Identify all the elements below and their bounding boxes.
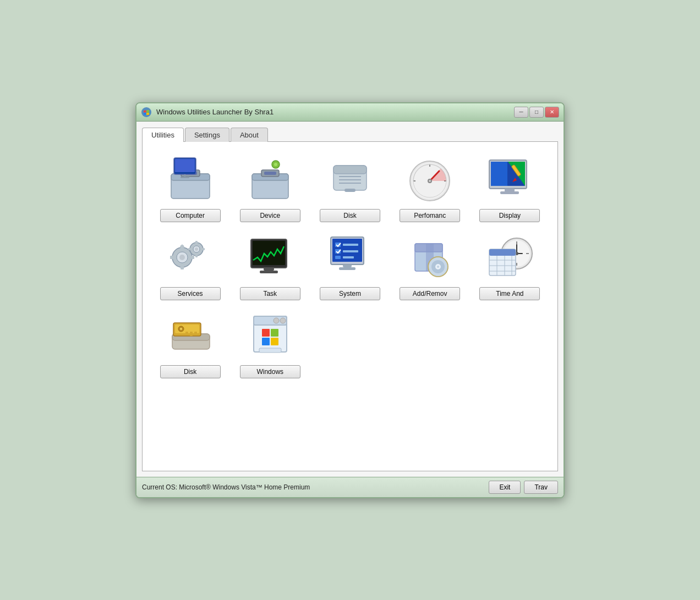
svg-rect-16 <box>333 166 367 174</box>
svg-rect-48 <box>195 241 198 244</box>
svg-point-47 <box>195 247 198 251</box>
tray-button[interactable]: Trav <box>524 481 558 494</box>
svg-rect-59 <box>343 244 358 246</box>
window-controls: ─ □ ✕ <box>514 107 559 118</box>
task-button[interactable]: Task <box>240 287 300 300</box>
svg-rect-8 <box>181 177 189 178</box>
utility-item-services: Services <box>151 229 229 302</box>
svg-rect-55 <box>260 271 278 273</box>
svg-point-102 <box>280 318 286 323</box>
svg-rect-65 <box>339 267 356 270</box>
utility-item-diskclean: Disk <box>151 307 229 381</box>
computer-icon <box>164 153 217 206</box>
device-icon <box>244 153 297 206</box>
utility-item-disk: Disk <box>311 151 389 224</box>
restore-button[interactable]: □ <box>529 107 544 118</box>
performance-icon <box>403 153 456 206</box>
svg-rect-105 <box>271 329 278 337</box>
svg-rect-98 <box>190 332 193 336</box>
tab-bar: Utilities Settings About <box>142 127 558 141</box>
device-button[interactable]: Device <box>240 209 300 222</box>
disk-icon <box>324 153 376 206</box>
utility-grid: Computer <box>151 151 549 381</box>
tab-about[interactable]: About <box>231 128 268 142</box>
system-icon <box>324 231 376 284</box>
svg-rect-62 <box>335 256 341 259</box>
display-icon <box>483 153 536 206</box>
title-bar: Windows Utilities Launcher By Shra1 ─ □ … <box>136 103 564 122</box>
svg-rect-64 <box>343 265 352 267</box>
windows-button[interactable]: Windows <box>240 365 300 378</box>
svg-rect-84 <box>489 249 516 256</box>
utility-item-computer: Computer <box>151 151 229 224</box>
computer-button[interactable]: Computer <box>160 209 221 222</box>
svg-rect-51 <box>201 248 205 250</box>
svg-point-103 <box>274 318 279 323</box>
performance-button[interactable]: Perfomanc <box>400 209 460 222</box>
addremove-button[interactable]: Add/Remov <box>400 287 460 300</box>
svg-rect-41 <box>181 265 184 269</box>
svg-rect-108 <box>259 348 281 353</box>
status-bar-buttons: Exit Trav <box>489 481 558 494</box>
svg-point-28 <box>429 180 431 182</box>
tab-settings[interactable]: Settings <box>185 128 229 142</box>
tab-content-utilities: Computer <box>142 141 558 471</box>
timedate-icon <box>483 231 536 284</box>
svg-rect-63 <box>343 256 354 258</box>
svg-rect-50 <box>188 248 192 250</box>
svg-rect-42 <box>170 256 174 259</box>
minimize-button[interactable]: ─ <box>514 107 528 118</box>
utility-item-performance: Perfomanc <box>391 151 469 224</box>
close-button[interactable]: ✕ <box>545 107 559 118</box>
svg-rect-36 <box>500 191 519 194</box>
svg-rect-49 <box>195 254 198 257</box>
svg-rect-61 <box>343 250 358 252</box>
svg-point-39 <box>179 255 185 260</box>
system-button[interactable]: System <box>320 287 380 300</box>
tab-utilities[interactable]: Utilities <box>142 128 184 142</box>
utility-item-addremove: Add/Remov <box>391 229 469 302</box>
utility-item-system: System <box>311 229 389 302</box>
services-icon <box>164 231 217 284</box>
svg-rect-97 <box>185 332 188 335</box>
main-window: Windows Utilities Launcher By Shra1 ─ □ … <box>135 102 565 498</box>
svg-rect-6 <box>175 159 195 172</box>
svg-rect-99 <box>194 332 197 334</box>
disk-button[interactable]: Disk <box>320 209 380 222</box>
utility-item-display: Display <box>471 151 549 224</box>
utility-item-task: Task <box>231 229 309 302</box>
exit-button[interactable]: Exit <box>489 481 521 494</box>
timedate-button[interactable]: Time And <box>479 287 540 300</box>
status-bar: Current OS: Microsoft® Windows Vista™ Ho… <box>136 477 564 497</box>
services-button[interactable]: Services <box>160 287 221 300</box>
diskclean-icon <box>164 309 217 362</box>
addremove-icon <box>403 231 456 284</box>
svg-rect-20 <box>344 189 356 192</box>
task-icon <box>244 231 297 284</box>
os-status-text: Current OS: Microsoft® Windows Vista™ Ho… <box>142 483 310 491</box>
utility-item-timedate: Time And <box>471 229 549 302</box>
utility-item-windows: Windows <box>231 307 309 381</box>
diskclean-button[interactable]: Disk <box>160 365 221 378</box>
svg-rect-43 <box>190 256 194 259</box>
main-content: Utilities Settings About <box>136 122 564 477</box>
svg-rect-107 <box>271 338 278 345</box>
display-button[interactable]: Display <box>479 209 540 222</box>
svg-rect-54 <box>264 268 274 271</box>
svg-rect-104 <box>262 329 270 337</box>
svg-rect-106 <box>262 338 270 345</box>
windows-icon <box>244 309 297 362</box>
app-icon <box>141 107 152 118</box>
window-title: Windows Utilities Launcher By Shra1 <box>156 108 510 116</box>
svg-rect-12 <box>264 172 276 175</box>
svg-point-14 <box>274 163 277 166</box>
svg-point-96 <box>180 328 182 330</box>
svg-point-72 <box>437 266 439 268</box>
utility-item-device: Device <box>231 151 309 224</box>
